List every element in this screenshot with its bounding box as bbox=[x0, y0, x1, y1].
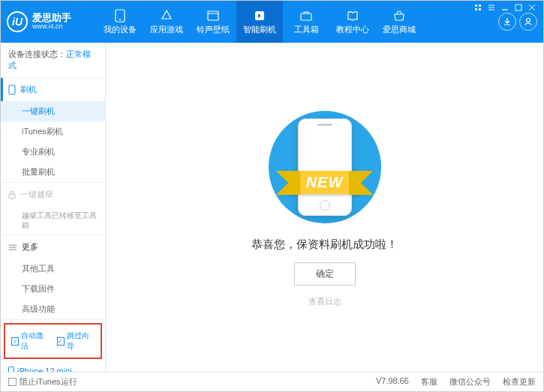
nav-label: 应用游戏 bbox=[150, 24, 183, 35]
sidebar-more-title: 更多 bbox=[22, 241, 38, 253]
nav-label: 爱思商城 bbox=[383, 24, 416, 35]
toolbox-icon bbox=[299, 9, 313, 22]
phone-small-icon bbox=[8, 367, 14, 372]
sidebar-item-firmware[interactable]: 下载固件 bbox=[1, 279, 105, 299]
svg-rect-8 bbox=[515, 4, 521, 10]
sidebar-item-batch[interactable]: 批量刷机 bbox=[1, 162, 105, 182]
sidebar-jailbreak-head: 一键越狱 bbox=[1, 183, 105, 206]
nav-label: 铃声壁纸 bbox=[197, 24, 230, 35]
chk-label: 自动激活 bbox=[21, 331, 49, 352]
more-icon bbox=[8, 244, 17, 251]
conn-label: 设备连接状态： bbox=[8, 49, 66, 58]
maximize-icon[interactable] bbox=[512, 3, 524, 12]
nav-label: 智能刷机 bbox=[243, 24, 276, 35]
view-logs-link[interactable]: 查看日志 bbox=[308, 296, 341, 307]
new-ribbon: NEW bbox=[288, 171, 362, 194]
version-label: V7.98.66 bbox=[376, 376, 409, 388]
sidebar-flash-title: 刷机 bbox=[20, 84, 37, 95]
app-header: iU 爱思助手 www.i4.cn 我的设备 应用游戏 铃声壁纸 智能刷机 bbox=[1, 1, 543, 43]
svg-point-17 bbox=[527, 19, 530, 22]
user-button[interactable] bbox=[519, 13, 537, 31]
nav-my-device[interactable]: 我的设备 bbox=[97, 1, 143, 43]
svg-rect-3 bbox=[479, 8, 481, 10]
success-illustration: NEW bbox=[250, 107, 400, 227]
store-icon bbox=[392, 9, 406, 22]
success-message: 恭喜您，保资料刷机成功啦！ bbox=[251, 238, 398, 252]
download-button[interactable] bbox=[498, 13, 516, 31]
sidebar-item-advanced[interactable]: 高级功能 bbox=[1, 299, 105, 319]
brand-url: www.i4.cn bbox=[32, 23, 71, 31]
window-controls bbox=[472, 3, 538, 12]
svg-rect-1 bbox=[479, 4, 481, 7]
checkmark-icon: ✓ bbox=[11, 337, 19, 346]
footer: 阻止iTunes运行 V7.98.66 客服 微信公众号 检查更新 bbox=[1, 372, 543, 391]
sidebar-item-itunes[interactable]: iTunes刷机 bbox=[1, 121, 105, 142]
svg-point-12 bbox=[119, 19, 121, 20]
nav-tutorials[interactable]: 教程中心 bbox=[329, 1, 376, 43]
flash-icon bbox=[253, 9, 266, 22]
chk-label: 跳过向导 bbox=[67, 331, 95, 352]
sidebar-jailbreak-note: 越狱工具已转移至工具箱 bbox=[1, 206, 105, 235]
sidebar-item-other[interactable]: 其他工具 bbox=[1, 259, 105, 279]
wallpaper-icon bbox=[206, 9, 220, 22]
nav-apps[interactable]: 应用游戏 bbox=[143, 1, 190, 43]
main-nav: 我的设备 应用游戏 铃声壁纸 智能刷机 工具箱 教程中心 bbox=[97, 1, 498, 43]
brand-name: 爱思助手 bbox=[32, 13, 71, 23]
nav-ringtones[interactable]: 铃声壁纸 bbox=[190, 1, 236, 43]
svg-rect-13 bbox=[208, 11, 218, 20]
phone-graphic-icon bbox=[298, 118, 352, 216]
settings-icon[interactable] bbox=[472, 3, 484, 12]
sidebar: 设备连接状态：正常模式 刷机 一键刷机 iTunes刷机 专业刷机 批量刷机 一… bbox=[1, 43, 106, 372]
device-panel[interactable]: iPhone 12 mini 64GB Down-12mini-13,1 bbox=[1, 362, 105, 372]
options-highlight: ✓ 自动激活 ✓ 跳过向导 bbox=[4, 323, 102, 359]
wechat-link[interactable]: 微信公众号 bbox=[449, 376, 491, 388]
service-link[interactable]: 客服 bbox=[421, 376, 437, 388]
close-icon[interactable] bbox=[526, 3, 538, 12]
svg-rect-16 bbox=[301, 13, 311, 20]
checkbox-empty-icon bbox=[8, 378, 17, 386]
minimize-icon[interactable] bbox=[499, 3, 511, 12]
brand: iU 爱思助手 www.i4.cn bbox=[7, 11, 97, 32]
update-link[interactable]: 检查更新 bbox=[503, 376, 536, 388]
checkmark-icon: ✓ bbox=[57, 337, 65, 346]
nav-label: 工具箱 bbox=[294, 24, 319, 35]
checkbox-block-itunes[interactable]: 阻止iTunes运行 bbox=[8, 376, 77, 388]
nav-store[interactable]: 爱思商城 bbox=[376, 1, 422, 43]
brand-logo-icon: iU bbox=[7, 11, 28, 32]
svg-rect-2 bbox=[475, 8, 477, 10]
sidebar-jailbreak-title: 一键越狱 bbox=[20, 189, 53, 200]
sidebar-flash-head[interactable]: 刷机 bbox=[1, 78, 105, 101]
checkbox-auto-activate[interactable]: ✓ 自动激活 bbox=[11, 331, 50, 352]
nav-flash[interactable]: 智能刷机 bbox=[236, 1, 283, 43]
ft-label: 阻止iTunes运行 bbox=[20, 376, 77, 388]
nav-label: 我的设备 bbox=[104, 24, 137, 35]
checkbox-skip-guide[interactable]: ✓ 跳过向导 bbox=[57, 331, 95, 352]
svg-rect-0 bbox=[475, 4, 477, 7]
connection-status: 设备连接状态：正常模式 bbox=[1, 43, 105, 78]
svg-rect-19 bbox=[9, 194, 15, 199]
sidebar-item-pro[interactable]: 专业刷机 bbox=[1, 142, 105, 162]
svg-rect-18 bbox=[9, 85, 15, 94]
phone-outline-icon bbox=[8, 85, 16, 95]
main-content: NEW 恭喜您，保资料刷机成功啦！ 确定 查看日志 bbox=[106, 43, 543, 372]
menu-icon[interactable] bbox=[485, 3, 497, 12]
nav-label: 教程中心 bbox=[336, 24, 369, 35]
phone-icon bbox=[113, 9, 127, 22]
device-name: iPhone 12 mini bbox=[8, 367, 98, 372]
book-icon bbox=[346, 9, 359, 22]
sidebar-item-oneclick[interactable]: 一键刷机 bbox=[1, 101, 105, 121]
ok-button[interactable]: 确定 bbox=[294, 262, 356, 286]
apps-icon bbox=[160, 9, 173, 22]
nav-toolbox[interactable]: 工具箱 bbox=[283, 1, 329, 43]
header-right bbox=[498, 13, 537, 31]
lock-icon bbox=[8, 190, 16, 199]
sidebar-more-head[interactable]: 更多 bbox=[1, 235, 105, 259]
